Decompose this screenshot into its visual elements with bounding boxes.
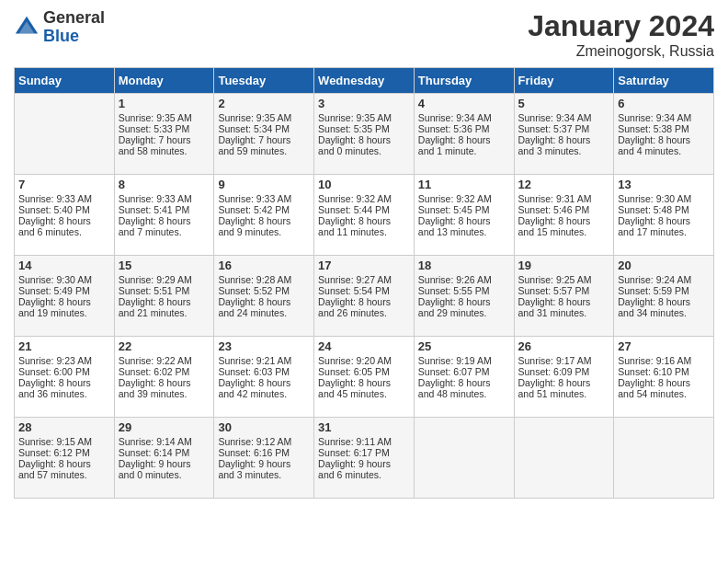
day-info: Daylight: 9 hours: [318, 458, 410, 469]
calendar-table: SundayMondayTuesdayWednesdayThursdayFrid…: [14, 67, 714, 499]
day-number: 3: [318, 97, 410, 110]
day-cell: 22Sunrise: 9:22 AMSunset: 6:02 PMDayligh…: [114, 337, 214, 418]
day-info: and 34 minutes.: [618, 307, 710, 318]
day-info: and 39 minutes.: [119, 388, 210, 399]
day-info: Sunrise: 9:34 AM: [518, 112, 610, 123]
day-cell: 6Sunrise: 9:34 AMSunset: 5:38 PMDaylight…: [614, 94, 714, 175]
day-info: Daylight: 8 hours: [618, 377, 710, 388]
day-info: Sunrise: 9:33 AM: [119, 193, 210, 204]
day-info: Daylight: 8 hours: [318, 377, 410, 388]
day-info: Sunset: 6:02 PM: [119, 366, 210, 377]
day-info: and 0 minutes.: [318, 145, 410, 156]
day-info: Daylight: 8 hours: [18, 458, 110, 469]
day-info: Sunset: 5:40 PM: [18, 204, 110, 215]
day-info: Daylight: 8 hours: [618, 215, 710, 226]
day-info: and 36 minutes.: [18, 388, 110, 399]
logo-text: General Blue: [43, 9, 105, 46]
day-info: Daylight: 8 hours: [218, 377, 310, 388]
day-info: and 58 minutes.: [119, 145, 210, 156]
day-info: Sunset: 6:03 PM: [218, 366, 310, 377]
day-info: Daylight: 8 hours: [119, 377, 210, 388]
day-info: and 48 minutes.: [418, 388, 510, 399]
day-number: 15: [119, 259, 210, 272]
day-info: Daylight: 8 hours: [318, 134, 410, 145]
day-info: and 13 minutes.: [418, 226, 510, 237]
day-info: Sunset: 6:17 PM: [318, 447, 410, 458]
day-cell: 13Sunrise: 9:30 AMSunset: 5:48 PMDayligh…: [614, 175, 714, 256]
day-cell: 4Sunrise: 9:34 AMSunset: 5:36 PMDaylight…: [414, 94, 514, 175]
day-number: 11: [418, 178, 510, 191]
day-cell: 28Sunrise: 9:15 AMSunset: 6:12 PMDayligh…: [15, 418, 115, 499]
day-info: Daylight: 8 hours: [318, 215, 410, 226]
day-info: Daylight: 8 hours: [119, 296, 210, 307]
day-info: Sunrise: 9:15 AM: [18, 436, 110, 447]
day-info: Sunset: 6:00 PM: [18, 366, 110, 377]
day-info: Sunset: 6:09 PM: [518, 366, 610, 377]
day-cell: 19Sunrise: 9:25 AMSunset: 5:57 PMDayligh…: [514, 256, 614, 337]
day-cell: [514, 418, 614, 499]
day-info: Daylight: 8 hours: [18, 215, 110, 226]
day-info: and 19 minutes.: [18, 307, 110, 318]
day-number: 17: [318, 259, 410, 272]
day-info: Sunrise: 9:23 AM: [18, 355, 110, 366]
day-cell: 8Sunrise: 9:33 AMSunset: 5:41 PMDaylight…: [114, 175, 214, 256]
day-info: Sunset: 6:12 PM: [18, 447, 110, 458]
day-cell: [414, 418, 514, 499]
day-cell: 11Sunrise: 9:32 AMSunset: 5:45 PMDayligh…: [414, 175, 514, 256]
day-info: Sunset: 5:45 PM: [418, 204, 510, 215]
day-number: 22: [119, 339, 210, 353]
header-cell: Friday: [514, 68, 614, 94]
day-info: Sunrise: 9:14 AM: [119, 436, 210, 447]
day-number: 12: [518, 178, 610, 191]
day-cell: 9Sunrise: 9:33 AMSunset: 5:42 PMDaylight…: [214, 175, 314, 256]
day-info: Daylight: 8 hours: [18, 296, 110, 307]
month-title: January 2024: [528, 9, 714, 43]
day-cell: 20Sunrise: 9:24 AMSunset: 5:59 PMDayligh…: [614, 256, 714, 337]
day-info: Daylight: 9 hours: [119, 458, 210, 469]
day-info: Daylight: 7 hours: [119, 134, 210, 145]
day-info: Daylight: 9 hours: [218, 458, 310, 469]
day-info: Daylight: 8 hours: [618, 296, 710, 307]
day-number: 25: [418, 339, 510, 353]
day-number: 24: [318, 339, 410, 353]
day-number: 29: [119, 420, 210, 434]
day-info: Sunrise: 9:29 AM: [119, 274, 210, 285]
day-info: Sunset: 5:33 PM: [119, 123, 210, 134]
day-number: 21: [18, 339, 110, 353]
day-info: Sunrise: 9:33 AM: [18, 193, 110, 204]
day-info: Sunrise: 9:16 AM: [618, 355, 710, 366]
day-cell: 23Sunrise: 9:21 AMSunset: 6:03 PMDayligh…: [214, 337, 314, 418]
day-info: Sunrise: 9:21 AM: [218, 355, 310, 366]
day-info: Daylight: 8 hours: [418, 296, 510, 307]
day-info: Sunset: 5:51 PM: [119, 285, 210, 296]
day-number: 19: [518, 259, 610, 272]
day-info: Sunrise: 9:24 AM: [618, 274, 710, 285]
logo: General Blue: [14, 9, 105, 46]
day-cell: 7Sunrise: 9:33 AMSunset: 5:40 PMDaylight…: [15, 175, 115, 256]
header-cell: Monday: [114, 68, 214, 94]
day-info: and 54 minutes.: [618, 388, 710, 399]
day-info: Sunrise: 9:26 AM: [418, 274, 510, 285]
day-number: 14: [18, 259, 110, 272]
day-info: Daylight: 7 hours: [218, 134, 310, 145]
day-number: 26: [518, 339, 610, 353]
day-info: Sunset: 5:37 PM: [518, 123, 610, 134]
day-cell: 25Sunrise: 9:19 AMSunset: 6:07 PMDayligh…: [414, 337, 514, 418]
day-number: 23: [218, 339, 310, 353]
day-info: Sunrise: 9:33 AM: [218, 193, 310, 204]
day-cell: 10Sunrise: 9:32 AMSunset: 5:44 PMDayligh…: [314, 175, 415, 256]
day-cell: [614, 418, 714, 499]
day-info: Sunrise: 9:30 AM: [618, 193, 710, 204]
day-cell: 3Sunrise: 9:35 AMSunset: 5:35 PMDaylight…: [314, 94, 415, 175]
header-cell: Wednesday: [314, 68, 415, 94]
day-info: Sunset: 5:34 PM: [218, 123, 310, 134]
day-info: Sunset: 6:10 PM: [618, 366, 710, 377]
day-info: and 1 minute.: [418, 145, 510, 156]
day-info: Sunset: 5:38 PM: [618, 123, 710, 134]
day-number: 27: [618, 339, 710, 353]
day-info: Sunrise: 9:30 AM: [18, 274, 110, 285]
day-number: 8: [119, 178, 210, 191]
title-block: January 2024 Zmeinogorsk, Russia: [528, 9, 714, 60]
day-info: Sunrise: 9:17 AM: [518, 355, 610, 366]
day-cell: 1Sunrise: 9:35 AMSunset: 5:33 PMDaylight…: [114, 94, 214, 175]
